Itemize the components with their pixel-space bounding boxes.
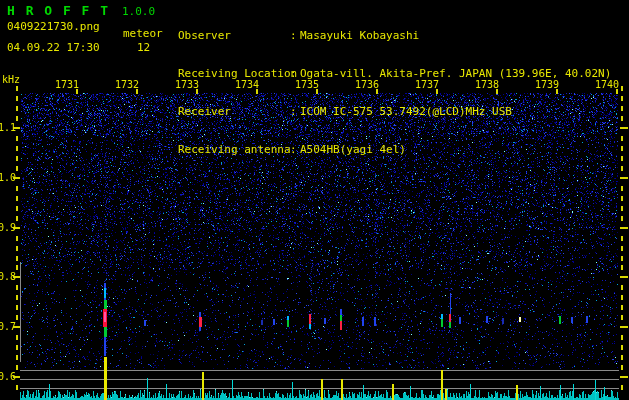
info-row-observer: Observer:Masayuki Kobayashi <box>178 30 611 42</box>
info-value: Ogata-vill. Akita-Pref. JAPAN (139.96E, … <box>300 68 611 80</box>
freq-label-0.9: 0.9 <box>0 222 14 233</box>
info-colon: : <box>290 144 300 156</box>
freq-label-0.8: 0.8 <box>0 271 14 282</box>
time-label-1735: 1735 <box>295 79 319 90</box>
info-label: Receiver <box>178 106 290 118</box>
time-label-1738: 1738 <box>475 79 499 90</box>
time-label-1736: 1736 <box>355 79 379 90</box>
hrofft-output-image: H R O F F T 1.0.0 0409221730.png meteor … <box>0 0 629 400</box>
info-value: ICOM IC-575 53.7492(@LCD)MHz USB <box>300 106 512 118</box>
station-info-block: Observer:Masayuki Kobayashi Receiving Lo… <box>178 4 611 182</box>
app-title: H R O F F T <box>7 3 110 18</box>
time-label-1740: 1740 <box>595 79 619 90</box>
info-label: Observer <box>178 30 290 42</box>
info-row-antenna: Receiving antenna:A504HB(yagi 4el) <box>178 144 611 156</box>
mode-label: meteor <box>123 27 163 40</box>
info-value: A504HB(yagi 4el) <box>300 144 406 156</box>
time-label-1737: 1737 <box>415 79 439 90</box>
info-value: Masayuki Kobayashi <box>300 30 419 42</box>
info-label: Receiving antenna <box>178 144 290 156</box>
freq-label-0.7: 0.7 <box>0 321 14 332</box>
app-version: 1.0.0 <box>122 5 155 18</box>
output-filename: 0409221730.png <box>7 20 100 33</box>
info-row-receiver: Receiver:ICOM IC-575 53.7492(@LCD)MHz US… <box>178 106 611 118</box>
time-label-1739: 1739 <box>535 79 559 90</box>
time-label-1732: 1732 <box>115 79 139 90</box>
meteor-count: 12 <box>137 41 150 54</box>
info-colon: : <box>290 106 300 118</box>
freq-label-0.6: 0.6 <box>0 371 14 382</box>
date-time: 04.09.22 17:30 <box>7 41 100 54</box>
time-label-1731: 1731 <box>55 79 79 90</box>
info-colon: : <box>290 30 300 42</box>
freq-label-1.1: 1.1 <box>0 122 14 133</box>
freq-unit-label: kHz <box>2 74 20 85</box>
freq-label-1.0: 1.0 <box>0 172 14 183</box>
time-label-1733: 1733 <box>175 79 199 90</box>
time-label-1734: 1734 <box>235 79 259 90</box>
